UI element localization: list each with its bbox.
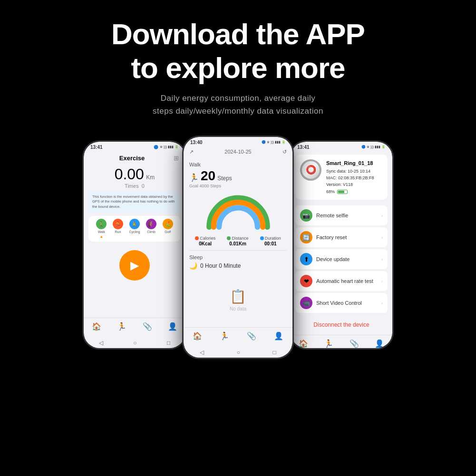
nav-clip-left[interactable]: 📎	[143, 322, 152, 331]
title-line2: to explore more	[131, 51, 345, 84]
version: Version: V118	[326, 181, 374, 188]
remote-selfie-icon: 📷	[300, 209, 312, 222]
bottom-nav-right: 🏠 🏃 📎 👤	[291, 335, 392, 348]
info-box: This function is the movement data obtai…	[88, 192, 181, 213]
rainbow-chart	[184, 192, 292, 230]
bottom-nav-center: 🏠 🏃 📎 👤	[184, 327, 292, 346]
main-title: Download the APP to explore more	[111, 17, 365, 85]
date-display: 2024-10-25	[224, 149, 251, 155]
nav-activity-right[interactable]: 🏃	[324, 339, 333, 348]
menu-short-video[interactable]: 📹 Short Video Control ›	[295, 293, 388, 313]
status-bar-center: 13:40 🔵 ※ ))) ▮▮▮ 🔋	[184, 137, 292, 146]
mac-address: MAC: 02:08:35:FB:2B:F8	[326, 175, 374, 181]
distance-display: 0.00 Km	[84, 165, 185, 183]
heart-rate-label: Automatic heart rate test	[316, 278, 373, 284]
nav-home-left[interactable]: 🏠	[92, 322, 101, 331]
walk-section: Walk 🏃 20 Steps Goal 4000 Steps	[184, 158, 292, 190]
phone-left: 13:41 🔵 ※ ))) ▮▮▮ 🔋 Exercise ⊞ 0.00 Km	[82, 140, 187, 350]
phones-container: 13:41 🔵 ※ ))) ▮▮▮ 🔋 Exercise ⊞ 0.00 Km	[82, 136, 394, 359]
info-text: This function is the movement data obtai…	[92, 194, 175, 209]
android-nav-left: ◁ ○ □	[84, 337, 185, 348]
nodata-section: 📋 No data	[184, 273, 292, 327]
time-right: 13:41	[297, 145, 310, 150]
act-climb[interactable]: 🧗 Climb	[146, 219, 156, 239]
stat-calories: Calories 0Kcal	[195, 236, 215, 246]
nav-clip-center[interactable]: 📎	[247, 331, 256, 340]
phone-right-screen: 13:41 🔵 ※ ))) ▮▮▮ 🔋 ⭕ Smart_Ring_01_18 S…	[291, 142, 392, 348]
walk-goal: Goal 4000 Steps	[189, 184, 287, 188]
phone-center: 13:40 🔵 ※ ))) ▮▮▮ 🔋 ↗ 2024-10-25 ↺ Walk …	[182, 136, 294, 359]
play-button[interactable]: ▶	[119, 250, 150, 281]
activity-icons: 🚶 Walk ▲ 🏃 Run 🚴 Cycling 🧗 Climb	[88, 216, 181, 242]
phone-left-screen: 13:41 🔵 ※ ))) ▮▮▮ 🔋 Exercise ⊞ 0.00 Km	[84, 142, 185, 348]
heart-rate-icon: ❤	[300, 275, 312, 287]
act-cycling[interactable]: 🚴 Cycling	[129, 219, 140, 239]
sync-data: Sync data: 10-25 10:14	[326, 168, 374, 175]
title-line1: Download the APP	[111, 18, 365, 50]
walk-steps: 🏃 20 Steps	[189, 168, 287, 184]
exercise-title: Exercise	[90, 155, 174, 162]
stat-duration: Duration 00:01	[260, 236, 281, 246]
stats-row: Calories 0Kcal Distance 0.01Km	[184, 234, 292, 250]
sleep-text: 0 Hour 0 Minute	[200, 262, 241, 269]
disconnect-button[interactable]: Disconnect the device	[295, 317, 388, 333]
nav-profile-center[interactable]: 👤	[274, 331, 283, 340]
subtitle-line1: Daily energy consumption, average daily	[161, 94, 316, 103]
subtitle: Daily energy consumption, average daily …	[111, 92, 365, 117]
factory-reset-label: Factory reset	[316, 234, 347, 240]
subtitle-line2: steps daily/weekly/monthly data visualiz…	[153, 107, 323, 116]
device-info: Smart_Ring_01_18 Sync data: 10-25 10:14 …	[326, 159, 374, 195]
sleep-section: Sleep 🌙 0 Hour 0 Minute	[184, 251, 292, 273]
menu-remote-selfie[interactable]: 📷 Remote selfie ›	[295, 205, 388, 225]
nodata-icon: 📋	[230, 289, 246, 304]
status-icons-left: 🔵 ※ ))) ▮▮▮ 🔋	[154, 145, 179, 149]
nav-activity-left[interactable]: 🏃	[117, 322, 126, 331]
nav-home-center[interactable]: 🏠	[193, 331, 202, 340]
stat-distance: Distance 0.01Km	[227, 236, 248, 246]
disconnect-label: Disconnect the device	[313, 321, 369, 328]
nav-profile-left[interactable]: 👤	[168, 322, 177, 331]
status-bar-right: 13:41 🔵 ※ ))) ▮▮▮ 🔋	[291, 142, 392, 151]
rainbow-svg	[200, 192, 276, 230]
menu-factory-reset[interactable]: 🔄 Factory reset ›	[295, 227, 388, 247]
phone-right: 13:41 🔵 ※ ))) ▮▮▮ 🔋 ⭕ Smart_Ring_01_18 S…	[289, 140, 394, 350]
distance-unit: Km	[146, 174, 155, 181]
nav-home-right[interactable]: 🏠	[299, 339, 308, 348]
time-left: 13:41	[90, 145, 103, 150]
nav-profile-right[interactable]: 👤	[375, 339, 384, 348]
menu-heart-rate[interactable]: ❤ Automatic heart rate test ›	[295, 271, 388, 291]
device-card: ⭕ Smart_Ring_01_18 Sync data: 10-25 10:1…	[295, 155, 388, 200]
device-name: Smart_Ring_01_18	[326, 159, 374, 168]
time-center: 13:40	[190, 140, 203, 145]
battery-bar	[337, 190, 348, 194]
status-icons-center: 🔵 ※ ))) ▮▮▮ 🔋	[262, 140, 286, 144]
factory-reset-icon: 🔄	[300, 231, 312, 243]
android-nav-center: ◁ ○ □	[184, 346, 292, 358]
center-top-bar: ↗ 2024-10-25 ↺	[184, 146, 292, 158]
walk-unit: Steps	[217, 175, 232, 182]
ring-image: ⭕	[300, 159, 321, 181]
menu-device-update[interactable]: ⬆ Device update ›	[295, 249, 388, 269]
act-run[interactable]: 🏃 Run	[113, 219, 123, 239]
nav-activity-center[interactable]: 🏃	[220, 331, 229, 340]
screen-center: ↗ 2024-10-25 ↺ Walk 🏃 20 Steps Goal 4000…	[184, 146, 292, 327]
share-icon[interactable]: ↗	[189, 149, 194, 155]
nodata-text: No data	[230, 306, 246, 311]
sleep-value: 🌙 0 Hour 0 Minute	[189, 262, 287, 270]
device-update-icon: ⬆	[300, 253, 312, 265]
nav-clip-right[interactable]: 📎	[350, 339, 359, 348]
status-bar-left: 13:41 🔵 ※ ))) ▮▮▮ 🔋	[84, 142, 185, 151]
refresh-icon[interactable]: ↺	[282, 149, 287, 155]
phone-center-screen: 13:40 🔵 ※ ))) ▮▮▮ 🔋 ↗ 2024-10-25 ↺ Walk …	[184, 137, 292, 358]
walk-label: Walk	[189, 162, 287, 167]
times-row: Times 0	[84, 183, 185, 189]
short-video-icon: 📹	[300, 297, 312, 309]
bottom-nav-left: 🏠 🏃 📎 👤	[84, 318, 185, 337]
battery-info: 68%	[326, 188, 374, 195]
distance-number: 0.00	[115, 165, 144, 183]
act-golf[interactable]: ⛳ Golf	[163, 219, 173, 239]
menu-list: 📷 Remote selfie › 🔄 Factory reset ›	[291, 204, 392, 315]
status-icons-right: 🔵 ※ ))) ▮▮▮ 🔋	[361, 145, 386, 149]
sleep-label: Sleep	[189, 254, 287, 260]
act-walk[interactable]: 🚶 Walk ▲	[96, 219, 107, 239]
